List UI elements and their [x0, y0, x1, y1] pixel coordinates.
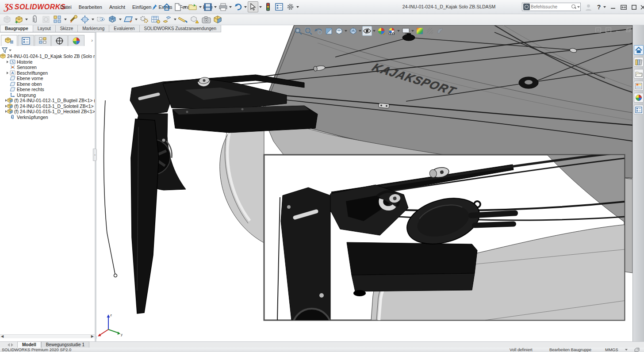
filter-funnel-icon[interactable]: [2, 47, 8, 53]
home-icon[interactable]: [634, 45, 644, 55]
apply-scene-dropdown[interactable]: [397, 30, 400, 32]
tab-markierung[interactable]: Markierung: [78, 25, 109, 32]
assembly-features-dropdown[interactable]: [119, 19, 122, 20]
tree-item-ebene-vorne[interactable]: Ebene vorne: [0, 76, 95, 81]
edit-appearance-icon[interactable]: [376, 26, 386, 36]
save-icon[interactable]: [203, 1, 213, 12]
tree-item-ebene-oben[interactable]: Ebene oben: [0, 81, 95, 87]
panel-collapse-handle[interactable]: ›: [93, 149, 97, 161]
bill-of-materials-icon[interactable]: [150, 15, 161, 24]
panel-tabs-more-icon[interactable]: ›: [91, 38, 93, 43]
design-library-icon[interactable]: [634, 57, 644, 67]
zoom-area-icon[interactable]: [303, 26, 313, 36]
large-design-review-icon[interactable]: [212, 15, 223, 24]
file-explorer-icon[interactable]: [634, 69, 644, 79]
zoom-fit-icon[interactable]: [293, 26, 303, 36]
tree-item-ursprung[interactable]: Ursprung: [0, 92, 95, 98]
view-orientation-dropdown[interactable]: [345, 30, 347, 32]
scroll-right-icon[interactable]: ▶: [90, 335, 95, 338]
reference-geometry-icon[interactable]: [123, 15, 134, 24]
rudder-blade[interactable]: [131, 119, 159, 314]
search-input[interactable]: [531, 4, 571, 9]
dimxpertmanager-icon[interactable]: [51, 35, 68, 46]
menu-bearbeiten[interactable]: Bearbeiten: [75, 3, 106, 11]
exploded-view-icon[interactable]: [162, 15, 172, 24]
interference-detection-icon[interactable]: [189, 15, 200, 24]
pane-left-icon[interactable]: [595, 27, 601, 33]
show-hidden-icon[interactable]: [96, 15, 106, 24]
assembly-features-icon[interactable]: [107, 15, 118, 24]
tree-item-verknuepfungen[interactable]: Verknüpfungen: [0, 115, 95, 120]
graphics-area[interactable]: KAJAKSPORT: [96, 25, 632, 341]
undo-dropdown[interactable]: [244, 6, 247, 8]
tree-root[interactable]: 24-INU-01-024-1_D_Kajak Solo ZB (Solo mi…: [0, 54, 95, 59]
tree-item-component-bugteil[interactable]: (f) 24-INU-01-012-1_D_Bugteil ZB<1> (Sta…: [0, 98, 95, 103]
menu-datei[interactable]: Datei: [57, 3, 75, 11]
settings-dropdown[interactable]: [296, 6, 299, 8]
exploded-view-dropdown[interactable]: [174, 19, 176, 20]
tab-zusatzanwendungen[interactable]: SOLIDWORKS Zusatzanwendungen: [140, 25, 221, 32]
panel-splitter[interactable]: [95, 25, 96, 341]
tree-item-ebene-rechts[interactable]: Ebene rechts: [0, 87, 95, 92]
home-icon[interactable]: [161, 1, 172, 12]
print-icon[interactable]: [218, 1, 228, 12]
help-dropdown[interactable]: [603, 6, 606, 8]
mate-icon[interactable]: [29, 15, 40, 24]
detail-inset-view[interactable]: [264, 152, 625, 341]
apply-scene-icon[interactable]: [387, 26, 396, 36]
display-style-icon[interactable]: [348, 26, 358, 36]
tab-bewegungsstudie[interactable]: Bewegungsstudie 1: [41, 341, 89, 348]
configurationmanager-icon[interactable]: [34, 35, 51, 46]
propertymanager-icon[interactable]: [18, 35, 34, 46]
snapshot-icon[interactable]: [201, 15, 211, 24]
insert-component-icon[interactable]: [13, 15, 24, 24]
tab-skizze[interactable]: Skizze: [56, 25, 78, 32]
tree-item-beschriftungen[interactable]: A Beschriftungen: [0, 70, 95, 76]
prev-tab-icon[interactable]: [8, 343, 10, 347]
units-dropdown[interactable]: [625, 349, 628, 351]
tree-item-historie[interactable]: Historie: [0, 59, 95, 65]
realview-icon[interactable]: [415, 26, 425, 36]
tag-icon[interactable]: [634, 348, 640, 352]
view-palette-icon[interactable]: [634, 81, 644, 91]
options-list-icon[interactable]: [274, 1, 284, 12]
open-icon[interactable]: [188, 1, 198, 12]
custom-properties-icon[interactable]: [634, 105, 644, 115]
span-displays-icon[interactable]: [619, 3, 628, 11]
search-dropdown[interactable]: [577, 6, 580, 8]
display-style-dropdown[interactable]: [359, 30, 361, 32]
view-orientation-icon[interactable]: [334, 26, 344, 36]
instant3d-icon[interactable]: [178, 15, 188, 24]
print-dropdown[interactable]: [229, 6, 232, 8]
save-dropdown[interactable]: [214, 6, 217, 8]
motion-gears-icon[interactable]: [139, 15, 150, 24]
viewport-minimize-icon[interactable]: [615, 27, 621, 33]
select-dropdown[interactable]: [259, 6, 262, 8]
hide-show-dropdown[interactable]: [373, 30, 376, 32]
help-icon[interactable]: ?: [594, 3, 603, 11]
featuremanager-icon[interactable]: [1, 35, 17, 46]
pin-menu-icon[interactable]: [151, 4, 158, 11]
filter-dropdown[interactable]: [9, 50, 12, 51]
previous-view-icon[interactable]: [314, 26, 323, 36]
new-document-icon[interactable]: [172, 1, 183, 12]
new-document-dropdown[interactable]: [184, 6, 187, 8]
tree-horizontal-scrollbar[interactable]: ◀ ▶: [0, 334, 95, 338]
displaymanager-icon[interactable]: [68, 35, 84, 46]
settings-gear-icon[interactable]: [285, 1, 295, 12]
open-dropdown[interactable]: [199, 6, 202, 8]
units-label[interactable]: MMGS: [605, 347, 618, 352]
reference-geometry-dropdown[interactable]: [135, 19, 138, 20]
pane-right-icon[interactable]: [605, 27, 611, 33]
appearances-icon[interactable]: [634, 93, 644, 103]
tree-item-sensoren[interactable]: Sensoren: [0, 65, 95, 70]
tab-evaluieren[interactable]: Evaluieren: [109, 25, 139, 32]
insert-component-dropdown[interactable]: [25, 19, 28, 20]
search-icon[interactable]: [571, 4, 577, 10]
menu-ansicht[interactable]: Ansicht: [106, 3, 129, 11]
maximize-icon[interactable]: [629, 3, 638, 11]
rebuild-icon[interactable]: [263, 1, 273, 12]
login-user-icon[interactable]: [584, 3, 593, 11]
tab-modell[interactable]: Modell: [17, 341, 41, 348]
move-component-dropdown[interactable]: [92, 19, 94, 20]
